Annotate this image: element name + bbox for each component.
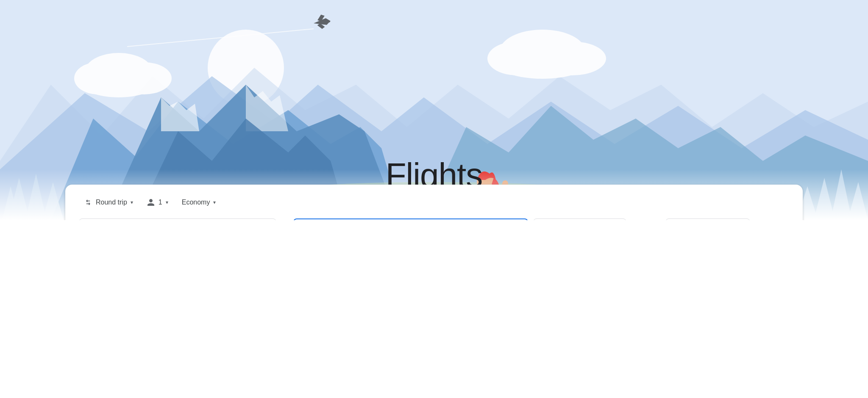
person-icon bbox=[147, 198, 155, 207]
svg-point-22 bbox=[81, 68, 157, 97]
search-fields-row: Atlanta ATL bbox=[79, 218, 789, 220]
trip-type-label: Round trip bbox=[96, 199, 127, 206]
passengers-label: 1 bbox=[159, 199, 162, 206]
passengers-chevron: ▾ bbox=[166, 199, 168, 205]
cabin-class-button[interactable]: Economy ▾ bbox=[177, 195, 221, 210]
hero-section: Flights Round trip ▾ 1 ▾ bbox=[0, 0, 868, 220]
cabin-class-chevron: ▾ bbox=[213, 199, 216, 205]
destination-field[interactable] bbox=[293, 218, 528, 220]
passengers-button[interactable]: 1 ▾ bbox=[142, 195, 173, 210]
search-card: Round trip ▾ 1 ▾ Economy ▾ bbox=[65, 185, 803, 220]
trip-type-button[interactable]: Round trip ▾ bbox=[79, 195, 138, 210]
svg-point-26 bbox=[496, 47, 589, 79]
trip-type-chevron: ▾ bbox=[131, 199, 133, 205]
depart-date-field[interactable]: Tue, Mar 2 bbox=[533, 218, 626, 220]
search-options-row: Round trip ▾ 1 ▾ Economy ▾ bbox=[79, 195, 789, 210]
round-trip-icon bbox=[84, 198, 92, 207]
origin-field[interactable]: Atlanta ATL bbox=[79, 218, 276, 220]
date-section: Tue, Mar 2 ‹ › Sat, Mar 6 ‹ › bbox=[533, 218, 789, 220]
return-date-field[interactable]: Sat, Mar 6 bbox=[665, 218, 750, 220]
cabin-class-label: Economy bbox=[182, 199, 210, 206]
